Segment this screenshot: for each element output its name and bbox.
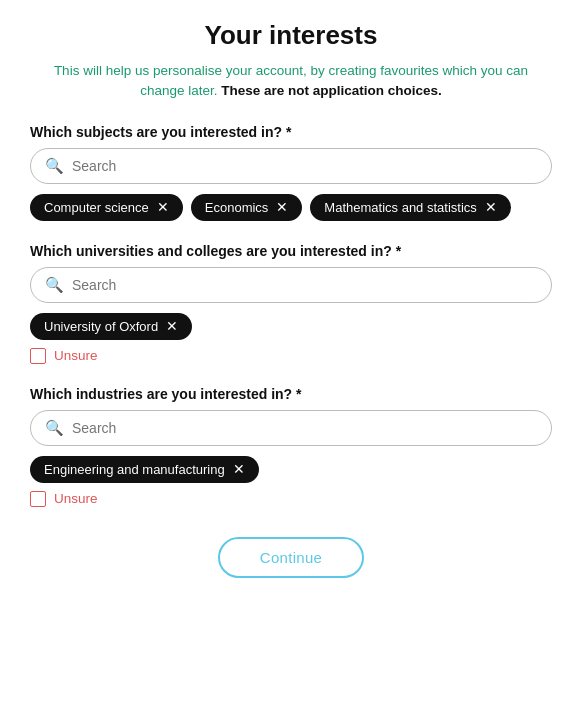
subjects-search-input[interactable]: [72, 158, 537, 174]
subjects-tags-row: Computer science ✕ Economics ✕ Mathemati…: [30, 194, 552, 221]
continue-button[interactable]: Continue: [218, 537, 364, 578]
industries-section: Which industries are you interested in? …: [30, 386, 552, 507]
industries-unsure-row: Unsure: [30, 491, 552, 507]
subjects-search-box[interactable]: 🔍: [30, 148, 552, 184]
tag-math-stats-close[interactable]: ✕: [485, 200, 497, 214]
industries-label: Which industries are you interested in? …: [30, 386, 552, 402]
subtitle-bold: These are not application choices.: [221, 83, 442, 98]
universities-unsure-label[interactable]: Unsure: [54, 348, 98, 363]
universities-unsure-row: Unsure: [30, 348, 552, 364]
subjects-section: Which subjects are you interested in? * …: [30, 124, 552, 221]
tag-engineering-label: Engineering and manufacturing: [44, 462, 225, 477]
universities-section: Which universities and colleges are you …: [30, 243, 552, 364]
subjects-label: Which subjects are you interested in? *: [30, 124, 552, 140]
subjects-search-icon: 🔍: [45, 157, 64, 175]
tag-economics-label: Economics: [205, 200, 269, 215]
tag-math-stats-label: Mathematics and statistics: [324, 200, 476, 215]
universities-label: Which universities and colleges are you …: [30, 243, 552, 259]
universities-tags-row: University of Oxford ✕: [30, 313, 552, 340]
tag-engineering-close[interactable]: ✕: [233, 462, 245, 476]
continue-btn-row: Continue: [30, 537, 552, 578]
tag-computer-science-close[interactable]: ✕: [157, 200, 169, 214]
industries-unsure-label[interactable]: Unsure: [54, 491, 98, 506]
universities-unsure-checkbox[interactable]: [30, 348, 46, 364]
universities-search-input[interactable]: [72, 277, 537, 293]
tag-economics: Economics ✕: [191, 194, 303, 221]
universities-search-box[interactable]: 🔍: [30, 267, 552, 303]
tag-oxford-label: University of Oxford: [44, 319, 158, 334]
tag-oxford-close[interactable]: ✕: [166, 319, 178, 333]
page-container: Your interests This will help us persona…: [30, 20, 552, 578]
industries-search-input[interactable]: [72, 420, 537, 436]
industries-unsure-checkbox[interactable]: [30, 491, 46, 507]
tag-computer-science: Computer science ✕: [30, 194, 183, 221]
tag-engineering: Engineering and manufacturing ✕: [30, 456, 259, 483]
tag-computer-science-label: Computer science: [44, 200, 149, 215]
industries-search-icon: 🔍: [45, 419, 64, 437]
subtitle: This will help us personalise your accou…: [30, 61, 552, 102]
industries-search-box[interactable]: 🔍: [30, 410, 552, 446]
tag-oxford: University of Oxford ✕: [30, 313, 192, 340]
tag-math-stats: Mathematics and statistics ✕: [310, 194, 510, 221]
tag-economics-close[interactable]: ✕: [276, 200, 288, 214]
page-title: Your interests: [30, 20, 552, 51]
industries-tags-row: Engineering and manufacturing ✕: [30, 456, 552, 483]
universities-search-icon: 🔍: [45, 276, 64, 294]
